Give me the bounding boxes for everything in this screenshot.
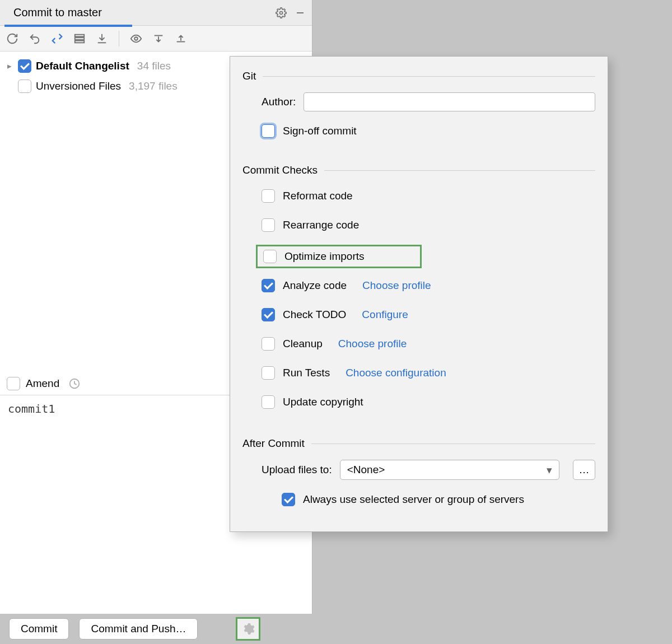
diff-icon[interactable]: [50, 32, 64, 45]
section-title: Git: [242, 70, 256, 82]
svg-point-6: [134, 37, 138, 40]
section-title: After Commit: [242, 437, 305, 450]
refresh-icon[interactable]: [6, 32, 19, 45]
svg-rect-2: [75, 34, 85, 36]
checkbox[interactable]: [282, 493, 295, 506]
toolbar: [0, 26, 312, 52]
checkbox[interactable]: [262, 337, 275, 351]
author-label: Author:: [262, 96, 296, 108]
amend-label: Amend: [26, 377, 59, 390]
author-row: Author:: [262, 92, 595, 111]
section-commit-checks: Commit Checks: [242, 164, 595, 176]
check-label: Analyze code: [283, 279, 347, 292]
svg-rect-4: [75, 40, 85, 43]
upload-select[interactable]: <None> ▾: [340, 460, 559, 480]
svg-point-0: [280, 11, 283, 14]
collapse-icon[interactable]: [174, 32, 188, 45]
always-label: Always use selected server or group of s…: [303, 493, 524, 506]
browse-button[interactable]: …: [573, 460, 595, 480]
check-label: Run Tests: [283, 367, 330, 379]
preview-icon[interactable]: [129, 32, 143, 45]
choose-profile-link[interactable]: Choose profile: [338, 338, 407, 350]
checkbox[interactable]: [18, 59, 31, 73]
reformat-code-row[interactable]: Reformat code: [262, 186, 595, 206]
check-label: Optimize imports: [284, 250, 365, 263]
check-label: Check TODO: [283, 309, 346, 321]
checkbox[interactable]: [262, 124, 275, 138]
shelve-icon[interactable]: [95, 32, 109, 45]
signoff-row[interactable]: Sign-off commit: [262, 122, 595, 141]
rollback-icon[interactable]: [28, 32, 41, 45]
tab-underline: [4, 25, 132, 27]
commit-options-popup: Git Author: Sign-off commit Commit Check…: [230, 56, 608, 532]
choose-configuration-link[interactable]: Choose configuration: [346, 367, 446, 379]
check-label: Rearrange code: [283, 219, 359, 231]
section-title: Commit Checks: [242, 164, 318, 176]
panel-title: Commit to master: [13, 6, 102, 22]
commit-options-gear-button[interactable]: [236, 617, 260, 641]
chevron-right-icon[interactable]: ▸: [6, 61, 13, 71]
run-tests-row[interactable]: Run Tests Choose configuration: [262, 363, 595, 382]
configure-link[interactable]: Configure: [362, 309, 408, 321]
minimize-icon[interactable]: [294, 7, 306, 19]
rearrange-code-row[interactable]: Rearrange code: [262, 216, 595, 235]
separator: [119, 31, 119, 46]
expand-icon[interactable]: [152, 32, 165, 45]
author-input[interactable]: [304, 92, 595, 111]
always-use-server-row[interactable]: Always use selected server or group of s…: [282, 490, 595, 509]
checkbox[interactable]: [263, 250, 277, 263]
commit-and-push-button[interactable]: Commit and Push…: [79, 618, 198, 640]
checkbox[interactable]: [262, 395, 275, 409]
checkbox[interactable]: [262, 308, 275, 321]
choose-profile-link[interactable]: Choose profile: [362, 279, 431, 292]
checkbox[interactable]: [262, 366, 275, 380]
checkbox[interactable]: [262, 279, 275, 292]
commit-button[interactable]: Commit: [9, 618, 69, 640]
tree-label: Unversioned Files: [36, 80, 121, 92]
bottom-bar: Commit Commit and Push…: [0, 614, 672, 644]
panel-header: Commit to master: [0, 0, 312, 26]
check-label: Update copyright: [283, 396, 363, 408]
cleanup-row[interactable]: Cleanup Choose profile: [262, 334, 595, 353]
check-todo-row[interactable]: Check TODO Configure: [262, 305, 595, 324]
update-copyright-row[interactable]: Update copyright: [262, 393, 595, 412]
amend-checkbox[interactable]: [7, 377, 20, 390]
optimize-imports-highlight: Optimize imports: [256, 245, 422, 268]
gear-icon[interactable]: [275, 7, 287, 19]
file-count: 34 files: [137, 60, 171, 72]
optimize-imports-row[interactable]: Optimize imports: [263, 250, 420, 263]
history-icon[interactable]: [68, 377, 81, 390]
upload-row: Upload files to: <None> ▾ …: [262, 460, 595, 480]
svg-rect-3: [75, 38, 85, 40]
check-label: Reformat code: [283, 190, 353, 202]
file-count: 3,197 files: [129, 80, 178, 92]
checkbox[interactable]: [262, 189, 275, 203]
upload-label: Upload files to:: [262, 464, 332, 476]
check-label: Cleanup: [283, 338, 323, 350]
chevron-down-icon: ▾: [547, 464, 552, 477]
signoff-label: Sign-off commit: [283, 125, 357, 137]
upload-value: <None>: [347, 464, 385, 476]
analyze-code-row[interactable]: Analyze code Choose profile: [262, 276, 595, 295]
section-git: Git: [242, 70, 595, 82]
checkbox[interactable]: [18, 80, 31, 93]
section-after-commit: After Commit: [242, 437, 595, 450]
tree-label: Default Changelist: [36, 60, 129, 72]
checkbox[interactable]: [262, 218, 275, 232]
changelist-icon[interactable]: [73, 32, 86, 45]
